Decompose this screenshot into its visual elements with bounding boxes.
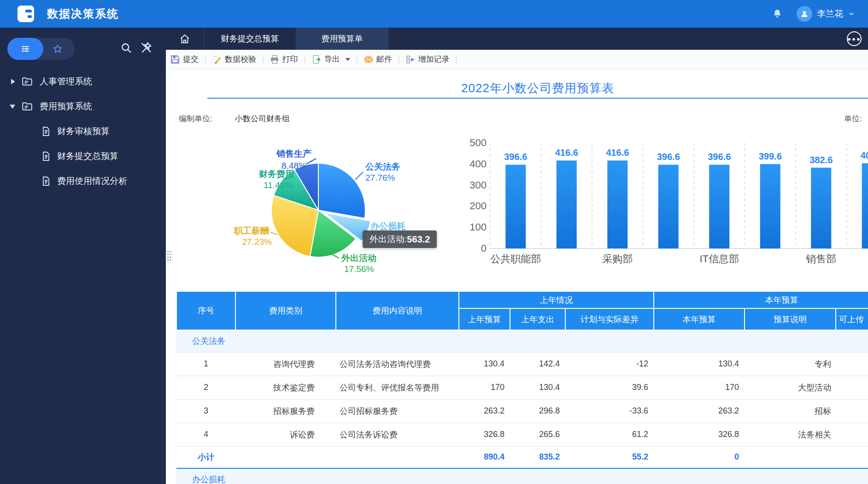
col-header: 预算说明 xyxy=(745,308,836,330)
table-cell: 170 xyxy=(654,376,745,399)
pie-slice-percent: 8.48% xyxy=(282,161,306,171)
sidebar-item-finance-submit-budget[interactable]: 财务提交总预算 xyxy=(0,147,166,166)
export-button[interactable]: 导出 xyxy=(312,54,350,65)
bell-icon[interactable] xyxy=(772,8,783,19)
table-cell: 公司法务活动咨询代理费 xyxy=(336,352,459,376)
drag-handle[interactable] xyxy=(167,250,172,262)
table-cell: 公司专利、评优报名等费用 xyxy=(336,376,459,399)
chevron-down-icon xyxy=(848,10,855,18)
group-row-label: 办公损耗 xyxy=(176,468,868,484)
table-cell: 130.4 xyxy=(510,376,565,399)
table-cell xyxy=(836,423,868,446)
search-icon[interactable] xyxy=(120,41,133,56)
user-avatar xyxy=(797,6,812,22)
subtotal-cell xyxy=(745,446,836,468)
sidebar: 人事管理系统 费用预算系统 财务审核预算 财务提交总预算 费用使用情况分析 xyxy=(0,28,166,484)
table-cell: -33.6 xyxy=(565,399,654,423)
user-menu[interactable]: 李兰花 xyxy=(797,6,855,22)
pie-slice-label: 外出活动 xyxy=(341,253,376,263)
table-row[interactable]: 2技术鉴定费公司专利、评优报名等费用170130.439.6170大型活动 xyxy=(176,376,868,399)
bar-value-label: 396.6 xyxy=(504,152,527,162)
table-row[interactable]: 1咨询代理费公司法务活动咨询代理费130.4142.4-12130.4专利 xyxy=(176,352,868,376)
table-cell: 1 xyxy=(176,352,235,376)
table-cell: 296.8 xyxy=(510,399,565,423)
bar-y-tick: 300 xyxy=(469,179,487,191)
bar-y-tick: 0 xyxy=(481,242,487,254)
table-cell: 142.4 xyxy=(510,352,565,376)
table-cell: 公司招标服务费 xyxy=(336,399,459,423)
data-validate-button[interactable]: 数据校验 xyxy=(212,54,256,65)
bar-value-label: 403.6 xyxy=(861,150,868,160)
print-button[interactable]: 打印 xyxy=(270,54,298,65)
report-toolbar: 提交 | 数据校验 | 打印 | 导出 | 邮件 | 增加记录 | xyxy=(166,50,868,69)
bar-y-tick: 400 xyxy=(469,158,487,170)
bar-value-label: 399.6 xyxy=(759,151,782,161)
document-icon xyxy=(41,176,52,187)
table-cell xyxy=(836,399,868,423)
add-record-icon xyxy=(406,55,415,64)
sidebar-item-hr-system[interactable]: 人事管理系统 xyxy=(0,72,166,91)
table-cell: 3 xyxy=(176,399,235,423)
expense-pie-chart: 公关法务27.76%办公损耗7.54%外出活动17.56%职工薪酬27.23%财… xyxy=(203,138,461,281)
tab-more-options-button[interactable]: ●●● xyxy=(847,31,862,46)
submit-button[interactable]: 提交 xyxy=(170,54,199,65)
expand-arrow-icon xyxy=(11,79,15,84)
subtotal-row[interactable]: 小计890.4835.255.20 xyxy=(176,446,868,468)
bar-4[interactable] xyxy=(709,165,729,248)
pie-slice-percent: 27.23% xyxy=(242,237,272,247)
prepared-by-value: 小数公司财务组 xyxy=(235,113,290,124)
pie-label-line xyxy=(270,232,277,235)
sidebar-item-expense-usage-analysis[interactable]: 费用使用情况分析 xyxy=(0,171,166,191)
directory-view-button[interactable] xyxy=(7,38,43,60)
document-icon xyxy=(41,126,52,137)
tab-expense-budget-sheet[interactable]: 费用预算单 xyxy=(296,28,388,50)
table-cell: 诉讼费 xyxy=(235,423,336,446)
table-cell xyxy=(836,446,868,468)
group-row[interactable]: 办公损耗 xyxy=(176,468,868,484)
table-row[interactable]: 4诉讼费公司法务诉讼费326.8265.661.2326.8法务相关 xyxy=(176,423,868,446)
bar-7[interactable] xyxy=(862,163,868,248)
subtotal-cell: 835.2 xyxy=(510,446,565,468)
subtotal-cell: 890.4 xyxy=(459,446,510,468)
bar-5[interactable] xyxy=(760,164,780,248)
table-cell: 4 xyxy=(176,423,235,446)
group-row[interactable]: 公关法务 xyxy=(176,330,868,352)
table-cell: 130.4 xyxy=(459,352,510,376)
pie-slice-label: 职工薪酬 xyxy=(234,226,269,236)
app-window: { "app": { "title": "数据决策系统", "user": "李… xyxy=(0,0,868,484)
export-icon xyxy=(312,55,321,64)
star-icon xyxy=(52,43,63,54)
sidebar-item-budget-system[interactable]: 费用预算系统 xyxy=(0,97,166,116)
sidebar-item-finance-review-budget[interactable]: 财务审核预算 xyxy=(0,122,166,141)
bar-2[interactable] xyxy=(607,160,628,248)
pencil-icon xyxy=(212,55,222,64)
table-cell: 130.4 xyxy=(654,352,745,376)
bar-6[interactable] xyxy=(811,168,831,248)
col-header: 上年支出 xyxy=(510,308,565,330)
table-cell: 专利 xyxy=(745,352,836,376)
table-cell: 326.8 xyxy=(459,423,510,446)
add-record-button[interactable]: 增加记录 xyxy=(406,54,450,65)
home-icon xyxy=(179,33,191,45)
favorites-view-button[interactable] xyxy=(52,43,63,54)
tab-home[interactable] xyxy=(166,28,204,50)
collapse-arrow-icon xyxy=(10,105,15,109)
top-bar: 数据决策系统 李兰花 xyxy=(0,0,868,28)
table-cell: 170 xyxy=(459,376,510,399)
pie-label-line xyxy=(355,172,363,180)
bar-0[interactable] xyxy=(505,165,526,248)
export-dropdown-caret-icon xyxy=(346,58,350,61)
bar-1[interactable] xyxy=(557,160,577,248)
unpin-icon[interactable] xyxy=(139,41,153,56)
tab-finance-submit-budget[interactable]: 财务提交总预算 xyxy=(204,28,296,50)
report-title: 2022年小数公司费用预算表 xyxy=(176,80,868,96)
mail-button[interactable]: 邮件 xyxy=(364,54,392,65)
pie-slice-label: 公关法务 xyxy=(365,162,400,171)
bar-3[interactable] xyxy=(658,165,679,248)
table-cell: 2 xyxy=(176,376,235,399)
table-cell: -12 xyxy=(565,352,654,376)
pie-slice-公关法务[interactable] xyxy=(318,163,365,218)
table-cell xyxy=(235,446,336,468)
pie-slice-label: 办公损耗 xyxy=(370,221,405,231)
table-row[interactable]: 3招标服务费公司招标服务费263.2296.8-33.6263.2招标 xyxy=(176,399,868,423)
